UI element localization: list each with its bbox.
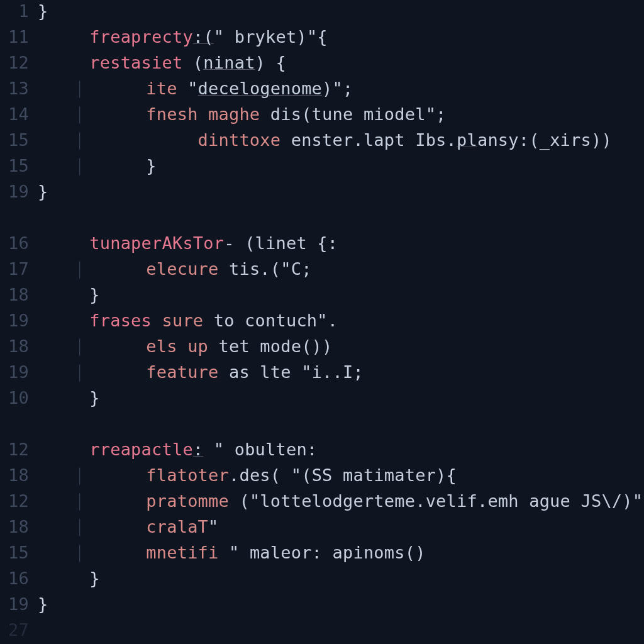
indent-guide: ⎸	[38, 79, 146, 98]
code-content[interactable]: ⎸ ite "decelogenome)";	[38, 79, 644, 99]
line-number: 18	[0, 285, 38, 304]
line-number: 19	[0, 594, 38, 614]
code-line[interactable]: 12 ⎸ pratomme ("lottelodgerteme.velif.em…	[0, 491, 644, 517]
token: ";	[426, 104, 447, 124]
line-number: 27	[0, 620, 38, 640]
token: ;	[301, 259, 311, 279]
code-line[interactable]: 13 ⎸ ite "decelogenome)";	[0, 79, 644, 104]
code-line[interactable]: 19 ⎸ feature as lte "i..I;	[0, 362, 644, 388]
line-number: 16	[0, 233, 38, 253]
token: .(	[260, 259, 280, 279]
token: mnetifi	[146, 543, 218, 562]
code-content[interactable]: tunaperAKsTor- (linet {:	[38, 233, 644, 253]
token: "	[177, 79, 198, 98]
code-line[interactable]: 18 ⎸ flatoter.des( "(SS matimater){	[0, 465, 644, 491]
token: "C	[280, 259, 301, 279]
code-line[interactable]: 19}	[0, 594, 644, 620]
line-number: 12	[0, 491, 38, 511]
token: {	[317, 27, 327, 47]
token: .	[447, 130, 457, 150]
token: )"	[296, 27, 317, 47]
code-content[interactable]: }	[38, 1, 644, 21]
line-number: 19	[0, 362, 38, 382]
line-number: 11	[0, 27, 38, 47]
code-line[interactable]: 19 frases sure to contuch".	[0, 311, 644, 336]
code-content[interactable]: }	[38, 285, 644, 304]
token: tet mode())	[208, 336, 332, 356]
code-content[interactable]: ⎸ mnetifi " maleor: apinoms()	[38, 543, 644, 563]
token: ite	[146, 79, 177, 98]
indent-guide: ⎸	[38, 465, 146, 485]
line-number: 17	[0, 259, 38, 279]
token: cralaT	[146, 517, 208, 536]
token: to contuch	[203, 311, 317, 330]
code-line[interactable]: 1}	[0, 1, 644, 27]
code-content[interactable]: ⎸ dinttoxe enster.lapt Ibs.plansy:(_xirs…	[38, 130, 644, 150]
token: ".	[317, 311, 338, 330]
token: (	[235, 233, 255, 253]
code-line[interactable]: 14 ⎸ fnesh maghe dis(tune miodel";	[0, 104, 644, 130]
code-content[interactable]: freaprecty:(" bryket)"{	[38, 27, 644, 47]
code-line[interactable]: 12 rreapactle: " obulten:	[0, 440, 644, 465]
indent-guide: ⎸	[38, 517, 146, 536]
token: )	[255, 53, 276, 72]
code-line[interactable]: 12 restasiet (ninat) {	[0, 53, 644, 79]
code-line[interactable]: 18 ⎸ cralaT"	[0, 517, 644, 543]
token: }	[146, 156, 156, 175]
code-content[interactable]: ⎸ fnesh maghe dis(tune miodel";	[38, 104, 644, 125]
token: "(	[291, 465, 312, 485]
code-line[interactable]: 10 }	[0, 388, 644, 414]
code-content[interactable]: ⎸ }	[38, 156, 644, 176]
code-content[interactable]: }	[38, 182, 644, 201]
token: .des(	[229, 465, 291, 485]
code-content[interactable]: }	[38, 569, 644, 588]
code-line[interactable]: 27	[0, 620, 644, 644]
token: pl	[457, 130, 477, 150]
code-line[interactable]: 15 ⎸ mnetifi " maleor: apinoms()	[0, 543, 644, 569]
code-content[interactable]: restasiet (ninat) {	[38, 53, 644, 72]
code-content[interactable]: ⎸ elecure tis.("C;	[38, 259, 644, 279]
code-line[interactable]: 19}	[0, 182, 644, 208]
code-line[interactable]	[0, 208, 644, 233]
code-line[interactable]: 18 }	[0, 285, 644, 311]
code-line[interactable]	[0, 414, 644, 440]
code-line[interactable]: 15 ⎸ }	[0, 156, 644, 182]
line-number: 18	[0, 465, 38, 485]
token: dinttoxe	[198, 130, 281, 150]
code-line[interactable]: 15 ⎸ dinttoxe enster.lapt Ibs.plansy:(_x…	[0, 130, 644, 156]
token: )	[436, 465, 446, 485]
code-content[interactable]: }	[38, 594, 644, 614]
code-content[interactable]: ⎸ pratomme ("lottelodgerteme.velif.emh a…	[38, 491, 644, 511]
indent-guide: ⎸	[38, 259, 146, 279]
code-line[interactable]: 16 tunaperAKsTor- (linet {:	[0, 233, 644, 259]
token: }	[38, 1, 48, 21]
code-content[interactable]: rreapactle: " obulten:	[38, 440, 644, 459]
indent-guide: ⎸	[38, 130, 198, 150]
token: lapt	[364, 130, 405, 150]
code-content[interactable]: ⎸ cralaT"	[38, 517, 644, 537]
code-content[interactable]: ⎸ els up tet mode())	[38, 336, 644, 357]
indent-guide: ⎸	[38, 543, 146, 562]
token: ninat	[203, 53, 255, 72]
token: :(	[519, 130, 540, 150]
token: enster	[280, 130, 353, 150]
token: (	[229, 491, 250, 511]
indent-guide: ⎸	[38, 362, 146, 382]
code-content[interactable]: ⎸ flatoter.des( "(SS matimater){	[38, 465, 644, 486]
code-content[interactable]: ⎸ feature as lte "i..I;	[38, 362, 644, 382]
code-line[interactable]: 11 freaprecty:(" bryket)"{	[0, 27, 644, 53]
token: }	[89, 285, 99, 304]
token: ))	[591, 130, 612, 150]
code-line[interactable]: 16 }	[0, 569, 644, 594]
code-line[interactable]: 17 ⎸ elecure tis.("C;	[0, 259, 644, 285]
token: Ibs	[405, 130, 447, 150]
code-content[interactable]: }	[38, 388, 644, 408]
line-number: 18	[0, 336, 38, 356]
indent-guide: ⎸	[38, 491, 146, 511]
token: dis(	[260, 104, 311, 124]
token: )";	[322, 79, 353, 98]
code-editor[interactable]: 1}11 freaprecty:(" bryket)"{12 restasiet…	[0, 0, 644, 644]
line-number: 19	[0, 182, 38, 201]
code-content[interactable]: frases sure to contuch".	[38, 311, 644, 330]
code-line[interactable]: 18 ⎸ els up tet mode())	[0, 336, 644, 362]
